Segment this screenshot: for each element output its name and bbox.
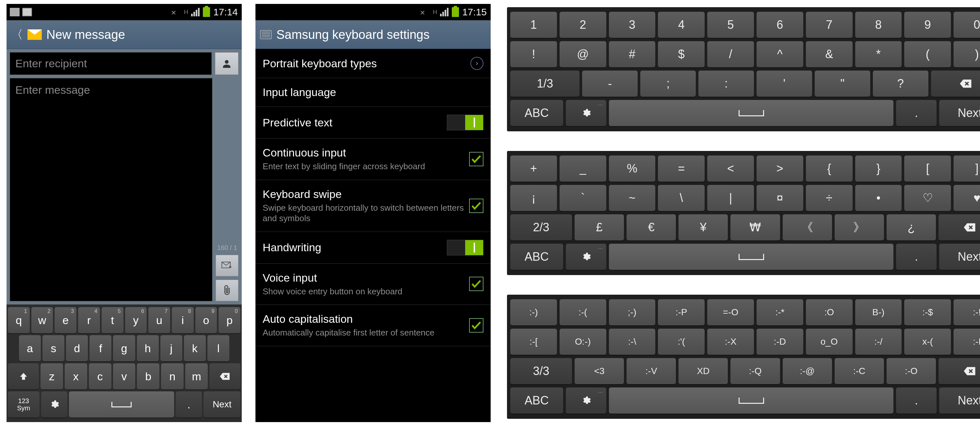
key-y[interactable]: y6: [125, 307, 147, 333]
shift-key[interactable]: [8, 363, 39, 389]
key-:-([interactable]: :-(: [560, 299, 606, 325]
checkbox[interactable]: [469, 152, 484, 166]
key-p[interactable]: p0: [218, 307, 240, 333]
settings-item-0[interactable]: Portrait keyboard types›: [255, 49, 491, 78]
key-¥[interactable]: ¥: [678, 214, 728, 240]
key-([interactable]: (: [904, 41, 951, 67]
key-o[interactable]: o9: [195, 307, 217, 333]
key-:O[interactable]: :O: [806, 299, 853, 325]
key-》[interactable]: 》: [835, 214, 884, 240]
key-《[interactable]: 《: [783, 214, 832, 240]
checkbox[interactable]: [469, 277, 484, 291]
key-g[interactable]: g: [113, 335, 135, 361]
toggle-switch[interactable]: [447, 114, 484, 130]
key-;[interactable]: ;: [640, 71, 696, 97]
spacebar-key[interactable]: [69, 391, 174, 418]
key-:-![interactable]: :-!: [953, 299, 980, 325]
key-j[interactable]: j: [161, 335, 182, 361]
abc-key[interactable]: ABC: [510, 244, 563, 270]
key-#[interactable]: #: [609, 41, 655, 67]
key-n[interactable]: n: [161, 363, 184, 389]
key-¿[interactable]: ¿: [886, 214, 936, 240]
key-+[interactable]: +: [510, 156, 557, 182]
key-@[interactable]: @: [560, 41, 606, 67]
key-:-C[interactable]: :-C: [835, 358, 884, 384]
key-v[interactable]: v: [113, 363, 135, 389]
key-m[interactable]: m: [185, 363, 208, 389]
settings-key[interactable]: [566, 100, 606, 126]
page-key[interactable]: 1/3: [510, 71, 579, 97]
key-$[interactable]: $: [658, 41, 705, 67]
key-5[interactable]: 5: [707, 12, 754, 38]
back-icon[interactable]: 〈: [11, 27, 23, 43]
page-key[interactable]: 2/3: [510, 214, 572, 240]
key-<3[interactable]: <3: [574, 358, 624, 384]
key-o_O[interactable]: o_O: [806, 329, 853, 355]
key-}[interactable]: }: [855, 156, 902, 182]
key-B-)[interactable]: B-): [855, 299, 902, 325]
key-*[interactable]: *: [855, 41, 902, 67]
next-key[interactable]: Next: [204, 391, 240, 418]
next-key[interactable]: Next: [939, 388, 980, 413]
key-i[interactable]: i8: [172, 307, 194, 333]
key-h[interactable]: h: [137, 335, 159, 361]
key-u[interactable]: u7: [148, 307, 170, 333]
period-key[interactable]: .: [896, 100, 937, 126]
key-^[interactable]: ^: [757, 41, 803, 67]
key-9[interactable]: 9: [904, 12, 951, 38]
settings-item-1[interactable]: Input language: [255, 78, 491, 107]
key-:[interactable]: :: [698, 71, 754, 97]
settings-list[interactable]: Portrait keyboard types›Input languagePr…: [255, 49, 491, 422]
settings-key[interactable]: [41, 391, 67, 418]
settings-key[interactable]: [566, 244, 606, 270]
key-♥[interactable]: ♥: [953, 185, 980, 211]
key-x-([interactable]: x-(: [904, 329, 951, 355]
key-÷[interactable]: ÷: [806, 185, 853, 211]
key-:-Q[interactable]: :-Q: [730, 358, 780, 384]
key-:-@[interactable]: :-@: [783, 358, 832, 384]
settings-item-2[interactable]: Predictive text: [255, 107, 491, 138]
key-:-/[interactable]: :-/: [855, 329, 902, 355]
key-0[interactable]: 0: [953, 12, 980, 38]
spacebar-key[interactable]: [609, 388, 893, 413]
key-O:-)[interactable]: O:-): [560, 329, 606, 355]
settings-item-7[interactable]: Auto capitalisationAutomatically capital…: [255, 305, 491, 346]
key-z[interactable]: z: [40, 363, 63, 389]
backspace-key[interactable]: [939, 214, 980, 240]
key-:-[[interactable]: :-[: [510, 329, 557, 355]
key-%[interactable]: %: [609, 156, 655, 182]
settings-item-6[interactable]: Voice inputShow voice entry button on ke…: [255, 264, 491, 305]
key-r[interactable]: r4: [78, 307, 100, 333]
checkbox[interactable]: [469, 318, 484, 332]
key-4[interactable]: 4: [658, 12, 705, 38]
key-3[interactable]: 3: [609, 12, 655, 38]
key-XD[interactable]: XD: [678, 358, 728, 384]
abc-key[interactable]: ABC: [510, 388, 563, 413]
next-key[interactable]: Next: [939, 100, 980, 126]
key-<[interactable]: <: [707, 156, 754, 182]
backspace-key[interactable]: [931, 71, 980, 97]
add-contact-button[interactable]: [215, 52, 239, 75]
key-\[interactable]: \: [658, 185, 705, 211]
key-♡[interactable]: ♡: [904, 185, 951, 211]
settings-item-5[interactable]: Handwriting: [255, 232, 491, 264]
key-7[interactable]: 7: [806, 12, 853, 38]
period-key[interactable]: .: [896, 388, 937, 413]
key-¤[interactable]: ¤: [757, 185, 803, 211]
key-c[interactable]: c: [89, 363, 111, 389]
key->[interactable]: >: [757, 156, 803, 182]
key-~[interactable]: ~: [609, 185, 655, 211]
key-][interactable]: ]: [953, 156, 980, 182]
key-:-O[interactable]: :-O: [886, 358, 936, 384]
key-"[interactable]: ": [815, 71, 870, 97]
key-![interactable]: !: [510, 41, 557, 67]
abc-key[interactable]: ABC: [510, 100, 563, 126]
key-e[interactable]: e3: [54, 307, 76, 333]
checkbox[interactable]: [469, 199, 484, 213]
key-¡[interactable]: ¡: [510, 185, 557, 211]
key-1[interactable]: 1: [510, 12, 557, 38]
recipient-input[interactable]: Enter recipient: [10, 52, 212, 75]
key-&[interactable]: &: [806, 41, 853, 67]
key-:-)[interactable]: :-): [510, 299, 557, 325]
next-key[interactable]: Next: [939, 244, 980, 270]
